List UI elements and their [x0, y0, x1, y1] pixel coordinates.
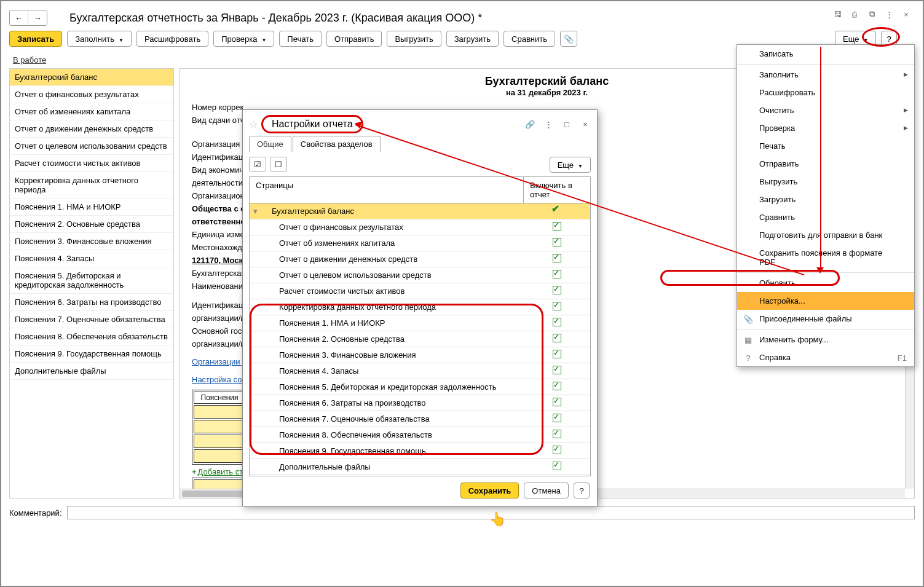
include-checkbox[interactable] — [524, 350, 590, 360]
table-row[interactable]: Пояснения 4. Запасы — [250, 363, 590, 379]
sidebar-item[interactable]: Бухгалтерский баланс — [10, 69, 173, 86]
download-button[interactable]: Загрузить — [446, 31, 499, 47]
kebab-icon[interactable]: ⋮ — [883, 9, 894, 20]
check-all-button[interactable]: ☑ — [249, 157, 266, 171]
menu-prepare[interactable]: Подготовить для отправки в банк — [737, 226, 914, 244]
forward-button[interactable]: → — [28, 10, 47, 25]
sidebar-item[interactable]: Пояснения 3. Финансовые вложения — [10, 233, 173, 250]
close-icon[interactable]: × — [901, 9, 912, 20]
include-checkbox[interactable] — [524, 334, 590, 344]
fill-button[interactable]: Заполнить — [67, 31, 132, 47]
sidebar-item[interactable]: Пояснения 2. Основные средства — [10, 216, 173, 233]
include-checkbox[interactable] — [524, 414, 590, 424]
table-row[interactable]: Отчет о целевом использовании средств — [250, 267, 590, 283]
status-link[interactable]: В работе — [13, 55, 46, 65]
table-row[interactable]: Пояснения 8. Обеспечения обязательств — [250, 427, 590, 443]
menu-send[interactable]: Отправить — [737, 155, 914, 173]
upload-button[interactable]: Выгрузить — [387, 31, 441, 47]
include-checkbox[interactable] — [524, 462, 590, 472]
table-row[interactable]: Пояснения 5. Дебиторская и кредиторская … — [250, 379, 590, 395]
include-checkbox[interactable] — [524, 270, 590, 280]
sidebar-item[interactable]: Пояснения 1. НМА и НИОКР — [10, 199, 173, 216]
sidebar-item[interactable]: Отчет о движении денежных средств — [10, 120, 173, 138]
attach-icon-button[interactable]: 📎 — [560, 31, 577, 47]
menu-settings[interactable]: Настройка... — [737, 292, 914, 310]
menu-upload[interactable]: Выгрузить — [737, 173, 914, 191]
save-icon[interactable]: 🖫 — [832, 9, 843, 20]
layout-link[interactable]: Настройка сос — [192, 375, 246, 384]
include-checkbox[interactable] — [524, 398, 590, 408]
table-row[interactable]: Отчет об изменениях капитала — [250, 235, 590, 251]
print-button[interactable]: Печать — [279, 31, 322, 47]
mini-table-cell[interactable] — [194, 449, 245, 463]
sidebar-item[interactable]: Пояснения 4. Запасы — [10, 250, 173, 267]
include-checkbox[interactable] — [524, 254, 590, 264]
sidebar-item[interactable]: Пояснения 7. Оценочные обязательства — [10, 311, 173, 328]
cancel-button[interactable]: Отмена — [524, 483, 569, 498]
sidebar-item[interactable]: Отчет о целевом использовании средств — [10, 138, 173, 155]
tab-general[interactable]: Общие — [249, 136, 291, 152]
dialog-help-button[interactable]: ? — [574, 483, 590, 498]
link-icon[interactable]: 🔗 — [524, 119, 535, 130]
decode-button[interactable]: Расшифровать — [136, 31, 208, 47]
menu-decode[interactable]: Расшифровать — [737, 84, 914, 101]
table-row[interactable]: Пояснения 9. Государственная помощь — [250, 443, 590, 459]
compare-button[interactable]: Сравнить — [503, 31, 555, 47]
table-row[interactable]: Пояснения 6. Затраты на производство — [250, 395, 590, 411]
include-checkbox[interactable] — [524, 446, 590, 456]
include-checkbox[interactable] — [524, 286, 590, 296]
table-row[interactable]: Отчет о движении денежных средств — [250, 251, 590, 267]
table-row[interactable]: Пояснения 3. Финансовые вложения — [250, 347, 590, 363]
include-checkbox[interactable] — [524, 430, 590, 440]
menu-savepdf[interactable]: Сохранить пояснения в формате PDF — [737, 244, 914, 271]
include-checkbox[interactable] — [524, 302, 590, 312]
table-row[interactable]: Пояснения 7. Оценочные обязательства — [250, 411, 590, 427]
favorite-star-icon[interactable]: ☆ — [249, 119, 258, 130]
sidebar-item[interactable]: Пояснения 9. Государственная помощь — [10, 345, 173, 363]
sidebar-item[interactable]: Пояснения 6. Затраты на производство — [10, 294, 173, 311]
menu-check[interactable]: Проверка — [737, 119, 914, 137]
table-row[interactable]: Дополнительные файлы — [250, 459, 590, 475]
mini-table-cell[interactable] — [194, 405, 245, 419]
mini-table-cell[interactable] — [194, 435, 245, 448]
save-button[interactable]: Сохранить — [460, 483, 519, 498]
menu-compare[interactable]: Сравнить — [737, 208, 914, 226]
menu-print[interactable]: Печать — [737, 137, 914, 155]
write-button[interactable]: Записать — [9, 31, 62, 47]
menu-help[interactable]: ?СправкаF1 — [737, 349, 914, 366]
check-button[interactable]: Проверка — [213, 31, 274, 47]
menu-download[interactable]: Загрузить — [737, 191, 914, 208]
menu-write[interactable]: Записать — [737, 45, 914, 63]
close-icon[interactable]: × — [580, 119, 591, 130]
popup-icon[interactable]: ⧉ — [866, 9, 877, 20]
sidebar-item[interactable]: Корректировка данных отчетного периода — [10, 172, 173, 199]
mini-table-cell[interactable] — [194, 420, 245, 433]
table-row[interactable]: Пояснения 2. Основные средства — [250, 331, 590, 347]
table-row[interactable]: ▾Бухгалтерский баланс — [250, 203, 590, 219]
sidebar-item[interactable]: Отчет о финансовых результатах — [10, 86, 173, 103]
menu-refresh[interactable]: Обновить — [737, 274, 914, 292]
maximize-icon[interactable]: □ — [561, 119, 572, 130]
tab-section-props[interactable]: Свойства разделов — [293, 136, 381, 152]
table-row[interactable]: Корректировка данных отчетного периода — [250, 299, 590, 315]
kebab-icon[interactable]: ⋮ — [543, 119, 554, 130]
table-row[interactable]: Расчет стоимости чистых активов — [250, 283, 590, 299]
send-button[interactable]: Отправить — [326, 31, 382, 47]
add-row-link[interactable]: Добавить ст — [198, 467, 243, 476]
sidebar-item[interactable]: Отчет об изменениях капитала — [10, 103, 173, 120]
include-checkbox[interactable] — [524, 382, 590, 392]
include-checkbox[interactable] — [524, 238, 590, 248]
sidebar-item[interactable]: Пояснения 5. Дебиторская и кредиторская … — [10, 267, 173, 294]
menu-fill[interactable]: Заполнить — [737, 66, 914, 84]
include-checkbox[interactable] — [524, 318, 590, 328]
include-checkbox[interactable] — [524, 366, 590, 376]
menu-attach[interactable]: 📎Присоединенные файлы — [737, 310, 914, 328]
include-checkbox[interactable] — [524, 222, 590, 232]
menu-clear[interactable]: Очистить — [737, 101, 914, 119]
print-icon[interactable]: ⎙ — [849, 9, 860, 20]
table-row[interactable]: Пояснения 1. НМА и НИОКР — [250, 315, 590, 331]
sidebar-item[interactable]: Дополнительные файлы — [10, 363, 173, 380]
table-row[interactable]: Отчет о финансовых результатах — [250, 219, 590, 235]
back-button[interactable]: ← — [10, 10, 28, 25]
dialog-more-button[interactable]: Еще — [550, 157, 591, 173]
